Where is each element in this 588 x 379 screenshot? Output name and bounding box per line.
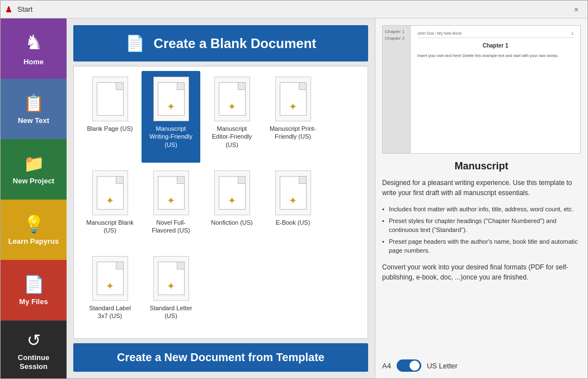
template-label-standard-letter: Standard Letter (US) — [146, 304, 196, 320]
preview-header: John Doe / My New Book 1 — [417, 31, 573, 38]
window-title: Start — [17, 5, 570, 13]
sidebar-label-home: Home — [23, 58, 44, 67]
template-convert-text: Convert your work into your desired fina… — [382, 262, 581, 282]
start-window: ♟ Start × ♞ Home 📋 New Text 📁 New Projec… — [0, 0, 588, 379]
doc-icon-standard-letter: ✦ — [158, 262, 185, 295]
preview-header-right: 1 — [571, 31, 573, 35]
toggle-knob — [410, 361, 420, 371]
template-item-nonfiction[interactable]: ✦Nonfiction (US) — [203, 165, 261, 248]
create-blank-label: Create a Blank Document — [154, 36, 317, 51]
template-icon-editor-friendly: ✦ — [214, 77, 250, 121]
template-item-standard-letter[interactable]: ✦Standard Letter (US) — [142, 250, 200, 334]
sidebar-chapter2: Chapter 2 — [385, 36, 408, 41]
template-item-manuscript-blank[interactable]: ✦Manuscript Blank (US) — [81, 165, 139, 248]
doc-icon-ebook: ✦ — [280, 176, 307, 210]
doc-icon-editor-friendly: ✦ — [219, 82, 246, 116]
template-label-editor-friendly: Manuscript Editor-Friendly (US) — [207, 125, 257, 149]
template-icon-ebook: ✦ — [275, 170, 311, 215]
preview-main: John Doe / My New Book 1 Chapter 1 Inser… — [411, 26, 580, 65]
doc-icon-full-flavored: ✦ — [158, 176, 185, 210]
template-icon-manuscript: ✦ — [153, 77, 189, 121]
doc-icon-standard-label: ✦ — [97, 262, 124, 295]
sidebar-item-new-text[interactable]: 📋 New Text — [1, 79, 67, 139]
app-icon: ♟ — [5, 5, 14, 14]
sidebar-item-my-files[interactable]: 📄 My Files — [1, 260, 67, 320]
selected-template-name: Manuscript — [382, 160, 581, 172]
create-template-label: Create a New Document from Template — [117, 351, 324, 364]
doc-icon-nonfiction: ✦ — [219, 176, 246, 210]
titlebar: ♟ Start × — [1, 1, 587, 18]
doc-emblem-standard-letter: ✦ — [167, 280, 175, 292]
sidebar-label-learn: Learn Papyrus — [8, 237, 59, 246]
sidebar: ♞ Home 📋 New Text 📁 New Project 💡 Learn … — [1, 18, 67, 378]
content-area: 📄 Create a Blank Document Blank Page (US… — [67, 18, 375, 378]
template-icon-standard-label: ✦ — [92, 256, 128, 301]
my-files-icon: 📄 — [23, 274, 44, 294]
template-label-nonfiction: Nonfiction (US) — [211, 219, 253, 226]
a4-label: A4 — [382, 362, 391, 370]
template-icon-blank — [92, 77, 128, 121]
preview-header-left: John Doe / My New Book — [417, 31, 462, 35]
template-item-print-friendly[interactable]: ✦Manuscript Print-Friendly (US) — [264, 71, 322, 163]
template-item-ebook[interactable]: ✦E-Book (US) — [264, 165, 322, 248]
template-label-blank: Blank Page (US) — [87, 125, 133, 132]
template-icon-print-friendly: ✦ — [275, 77, 311, 121]
doc-icon-print-friendly: ✦ — [280, 82, 307, 116]
preview-body-text: Insert your own text here! Delete this e… — [417, 53, 573, 59]
template-bullets: Includes front matter with author info, … — [382, 203, 581, 257]
sidebar-label-new-text: New Text — [18, 116, 49, 125]
bullet-item-0: Includes front matter with author info, … — [382, 203, 581, 215]
create-blank-button[interactable]: 📄 Create a Blank Document — [73, 25, 368, 61]
doc-emblem-standard-label: ✦ — [106, 280, 114, 292]
doc-emblem-manuscript-blank: ✦ — [106, 195, 114, 207]
template-item-editor-friendly[interactable]: ✦Manuscript Editor-Friendly (US) — [203, 71, 261, 163]
format-toggle[interactable] — [397, 359, 421, 372]
doc-emblem-nonfiction: ✦ — [228, 195, 236, 207]
template-icon-full-flavored: ✦ — [153, 170, 189, 215]
template-description: Designed for a pleasant writing experien… — [382, 178, 581, 198]
doc-icon-manuscript: ✦ — [158, 82, 185, 116]
doc-emblem-editor-friendly: ✦ — [228, 101, 236, 113]
close-button[interactable]: × — [570, 3, 583, 16]
doc-emblem-manuscript: ✦ — [167, 101, 175, 113]
doc-emblem-ebook: ✦ — [289, 195, 297, 207]
sidebar-item-new-project[interactable]: 📁 New Project — [1, 139, 67, 200]
doc-emblem-full-flavored: ✦ — [167, 195, 175, 207]
sidebar-label-new-project: New Project — [13, 177, 54, 186]
new-project-icon: 📁 — [23, 154, 44, 173]
template-item-standard-label[interactable]: ✦Standard Label 3x7 (US) — [81, 250, 139, 334]
template-label-ebook: E-Book (US) — [276, 219, 311, 226]
blank-doc-icon: 📄 — [125, 34, 145, 53]
preview-chapter-title: Chapter 1 — [417, 42, 573, 49]
template-label-full-flavored: Novel Full-Flavored (US) — [146, 219, 196, 235]
sidebar-item-continue[interactable]: ↺ Continue Session — [1, 320, 67, 378]
template-item-manuscript[interactable]: ✦Manuscript Writing-Friendly (US) — [142, 71, 200, 163]
preview-container: Chapter 1 Chapter 2 John Doe / My New Bo… — [382, 25, 581, 154]
sidebar-label-continue: Continue Session — [3, 353, 64, 371]
sidebar-item-home[interactable]: ♞ Home — [1, 18, 67, 79]
learn-icon: 💡 — [23, 214, 44, 234]
template-icon-standard-letter: ✦ — [153, 256, 189, 301]
home-icon: ♞ — [25, 31, 43, 54]
sidebar-chapter1: Chapter 1 — [385, 29, 408, 34]
template-icon-nonfiction: ✦ — [214, 170, 250, 215]
continue-icon: ↺ — [27, 330, 41, 350]
format-toggle-row: A4 US Letter — [382, 355, 581, 372]
template-label-manuscript: Manuscript Writing-Friendly (US) — [146, 125, 196, 149]
template-label-standard-label: Standard Label 3x7 (US) — [85, 304, 135, 320]
main-content: ♞ Home 📋 New Text 📁 New Project 💡 Learn … — [1, 18, 587, 378]
preview-sidebar: Chapter 1 Chapter 2 — [383, 26, 411, 153]
template-icon-manuscript-blank: ✦ — [92, 170, 128, 215]
template-item-blank[interactable]: Blank Page (US) — [81, 71, 139, 163]
bullet-item-1: Preset styles for chapter headings ("Cha… — [382, 215, 581, 236]
templates-grid: Blank Page (US)✦Manuscript Writing-Frien… — [73, 66, 368, 339]
sidebar-item-learn[interactable]: 💡 Learn Papyrus — [1, 200, 67, 260]
bullet-item-2: Preset page headers with the author's na… — [382, 236, 581, 257]
right-panel: Chapter 1 Chapter 2 John Doe / My New Bo… — [375, 18, 587, 378]
template-item-full-flavored[interactable]: ✦Novel Full-Flavored (US) — [142, 165, 200, 248]
doc-icon-blank — [97, 82, 124, 116]
template-label-manuscript-blank: Manuscript Blank (US) — [85, 219, 135, 235]
doc-icon-manuscript-blank: ✦ — [97, 176, 124, 210]
create-template-button[interactable]: Create a New Document from Template — [73, 343, 368, 372]
doc-emblem-print-friendly: ✦ — [289, 101, 297, 113]
